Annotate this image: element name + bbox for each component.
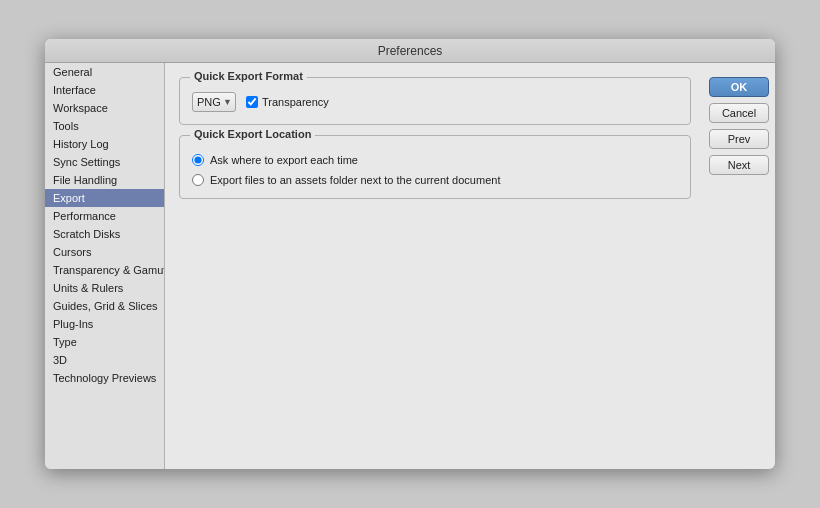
sidebar-item-export[interactable]: Export xyxy=(45,189,164,207)
format-select-container[interactable]: PNG JPG GIF SVG ▼ xyxy=(192,92,236,112)
sidebar-item-file-handling[interactable]: File Handling xyxy=(45,171,164,189)
prev-button[interactable]: Prev xyxy=(709,129,769,149)
quick-export-location-legend: Quick Export Location xyxy=(190,128,315,140)
ok-button[interactable]: OK xyxy=(709,77,769,97)
title-bar: Preferences xyxy=(45,39,775,63)
cancel-button[interactable]: Cancel xyxy=(709,103,769,123)
sidebar-item-plug-ins[interactable]: Plug-Ins xyxy=(45,315,164,333)
sidebar-item-guides-grid--slices[interactable]: Guides, Grid & Slices xyxy=(45,297,164,315)
sidebar-item-interface[interactable]: Interface xyxy=(45,81,164,99)
radio-ask[interactable] xyxy=(192,154,204,166)
radio-assets[interactable] xyxy=(192,174,204,186)
sidebar-item-performance[interactable]: Performance xyxy=(45,207,164,225)
next-button[interactable]: Next xyxy=(709,155,769,175)
location-radio-group: Ask where to export each time Export fil… xyxy=(192,154,678,186)
quick-export-location-section: Quick Export Location Ask where to expor… xyxy=(179,135,691,199)
main-content: Quick Export Format PNG JPG GIF SVG ▼ T xyxy=(165,63,705,469)
sidebar: GeneralInterfaceWorkspaceToolsHistory Lo… xyxy=(45,63,165,469)
sidebar-item-sync-settings[interactable]: Sync Settings xyxy=(45,153,164,171)
window-title: Preferences xyxy=(378,44,443,58)
quick-export-format-section: Quick Export Format PNG JPG GIF SVG ▼ T xyxy=(179,77,691,125)
sidebar-item-tools[interactable]: Tools xyxy=(45,117,164,135)
transparency-checkbox[interactable] xyxy=(246,96,258,108)
sidebar-item-3d[interactable]: 3D xyxy=(45,351,164,369)
sidebar-item-workspace[interactable]: Workspace xyxy=(45,99,164,117)
sidebar-item-general[interactable]: General xyxy=(45,63,164,81)
sidebar-item-transparency--gamut[interactable]: Transparency & Gamut xyxy=(45,261,164,279)
format-select[interactable]: PNG JPG GIF SVG xyxy=(192,92,236,112)
sidebar-item-cursors[interactable]: Cursors xyxy=(45,243,164,261)
radio-assets-text: Export files to an assets folder next to… xyxy=(210,174,500,186)
sidebar-item-type[interactable]: Type xyxy=(45,333,164,351)
sidebar-item-units--rulers[interactable]: Units & Rulers xyxy=(45,279,164,297)
radio-ask-label[interactable]: Ask where to export each time xyxy=(192,154,678,166)
button-column: OK Cancel Prev Next xyxy=(705,63,775,469)
sidebar-item-technology-previews[interactable]: Technology Previews xyxy=(45,369,164,387)
transparency-label: Transparency xyxy=(262,96,329,108)
format-row: PNG JPG GIF SVG ▼ Transparency xyxy=(192,92,678,112)
sidebar-item-history-log[interactable]: History Log xyxy=(45,135,164,153)
preferences-window: Preferences GeneralInterfaceWorkspaceToo… xyxy=(45,39,775,469)
transparency-checkbox-label[interactable]: Transparency xyxy=(246,96,329,108)
radio-assets-label[interactable]: Export files to an assets folder next to… xyxy=(192,174,678,186)
sidebar-item-scratch-disks[interactable]: Scratch Disks xyxy=(45,225,164,243)
radio-ask-text: Ask where to export each time xyxy=(210,154,358,166)
quick-export-format-legend: Quick Export Format xyxy=(190,70,307,82)
window-body: GeneralInterfaceWorkspaceToolsHistory Lo… xyxy=(45,63,775,469)
